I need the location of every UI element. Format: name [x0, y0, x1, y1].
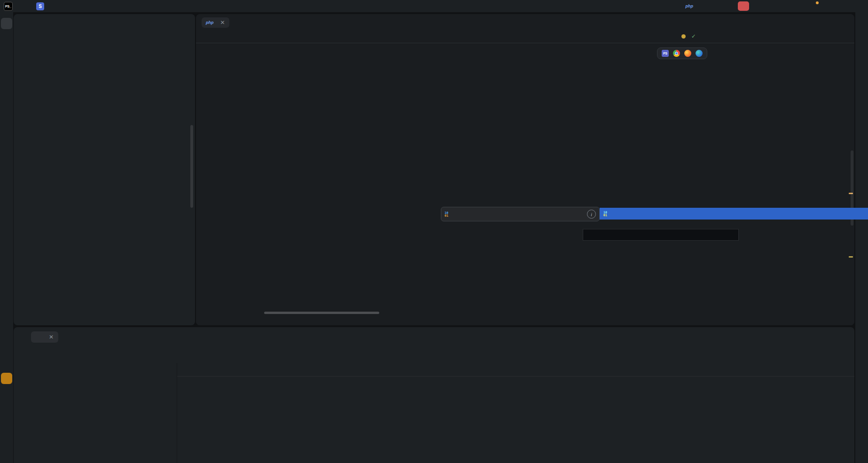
chevron-down-icon — [699, 3, 704, 9]
edge-icon[interactable] — [696, 50, 703, 57]
more-actions-button[interactable] — [751, 1, 764, 11]
close-session-icon[interactable]: ✕ — [49, 334, 54, 340]
expand-watches-icon[interactable] — [843, 366, 850, 373]
open-in-browser-bar: PS — [657, 47, 707, 59]
prev-problem-icon[interactable] — [702, 33, 707, 39]
ok-check-icon: ✓ — [691, 33, 696, 39]
run-button[interactable] — [709, 1, 721, 11]
chevron-down-icon — [50, 3, 55, 9]
code-with-me-button[interactable] — [780, 1, 792, 11]
terminal-tool-button[interactable] — [1, 403, 12, 414]
notifications-button[interactable] — [856, 18, 868, 29]
search-everywhere-button[interactable] — [794, 1, 806, 11]
warning-icon — [670, 33, 676, 39]
restore-button[interactable] — [838, 0, 852, 12]
minimize-button[interactable] — [822, 0, 836, 12]
error-stripe-mark[interactable] — [849, 256, 853, 258]
evaluate-expression-input[interactable] — [177, 363, 854, 377]
variables-list — [177, 377, 854, 382]
watermark — [520, 243, 563, 288]
editor-panel: php ✕ ✓ PS — [196, 14, 854, 325]
project-tool-button[interactable] — [1, 18, 12, 29]
primitive-value-icon: 1001 — [445, 212, 448, 217]
frames-list — [14, 363, 177, 463]
debug-toolbar — [14, 347, 854, 363]
main-menu-icon[interactable] — [19, 2, 27, 10]
phpstorm-logo-icon: PS_ — [4, 2, 13, 11]
php-file-icon: php — [206, 20, 214, 25]
watermark-logo — [520, 243, 557, 288]
project-panel — [14, 14, 195, 325]
close-tab-icon[interactable]: ✕ — [220, 19, 225, 26]
chevron-down-icon[interactable] — [24, 19, 30, 25]
debug-session-icon — [36, 334, 42, 340]
inspections-widget[interactable]: ✓ — [670, 33, 717, 39]
settings-notification-dot — [816, 1, 819, 4]
version-control-tool-button[interactable] — [1, 444, 12, 455]
chrome-icon[interactable] — [673, 50, 680, 57]
vcs-branch-widget[interactable] — [65, 2, 88, 10]
debug-panel: ✕ — [14, 327, 854, 463]
phpstorm-window: PS_ S php — [0, 0, 868, 463]
debugger-tooltip-actions — [583, 229, 739, 241]
project-scrollbar[interactable] — [190, 125, 193, 208]
more-tool-windows-button[interactable] — [1, 68, 12, 79]
firefox-icon[interactable] — [684, 50, 691, 57]
project-tree — [14, 32, 195, 325]
phpstorm-preview-icon[interactable]: PS — [662, 50, 669, 57]
database-tool-button[interactable] — [856, 48, 868, 59]
settings-button[interactable] — [808, 1, 820, 11]
code-area — [196, 43, 854, 316]
info-icon[interactable]: i — [587, 210, 596, 219]
php-icon: php — [686, 4, 694, 8]
stop-process-button[interactable] — [737, 1, 750, 11]
left-tool-window-bar — [0, 12, 13, 463]
primitive-value-icon: 1001 — [603, 211, 607, 217]
project-avatar: S — [36, 2, 44, 10]
ai-assistant-button[interactable] — [766, 1, 778, 11]
inline-watch-entry[interactable]: 1001 — [600, 208, 868, 220]
weak-warning-icon — [681, 34, 686, 39]
problems-tool-button[interactable] — [1, 429, 12, 440]
title-bar: PS_ S php — [0, 0, 868, 12]
structure-tool-button[interactable] — [1, 53, 12, 64]
sticky-line-class-decl — [196, 31, 854, 43]
start-debug-listening-button[interactable] — [669, 1, 681, 11]
close-button[interactable] — [854, 0, 868, 12]
editor-tab-bar: php ✕ — [196, 14, 854, 31]
breadcrumbs — [196, 316, 854, 325]
tab-options-icon[interactable] — [840, 18, 850, 27]
debug-tool-button[interactable] — [1, 373, 12, 384]
next-problem-icon[interactable] — [712, 33, 717, 39]
chevron-down-icon — [80, 3, 86, 9]
debugger-value-tooltip[interactable]: 1001 i — [441, 207, 600, 221]
services-tool-button[interactable] — [1, 388, 12, 399]
run-configuration-selector[interactable]: php — [683, 2, 708, 10]
commit-tool-button[interactable] — [1, 33, 12, 44]
breadcrumb-separator-icon — [207, 318, 211, 323]
right-tool-window-bar — [855, 12, 868, 463]
project-widget[interactable]: S — [33, 1, 58, 11]
editor-horizontal-scrollbar[interactable] — [264, 312, 379, 314]
debug-session-tab[interactable]: ✕ — [31, 331, 58, 343]
editor-tab-cut-php[interactable]: php ✕ — [202, 17, 229, 28]
watch-options-icon[interactable] — [831, 366, 838, 373]
gradle-like-tool-button[interactable] — [856, 33, 868, 44]
debug-button[interactable] — [723, 1, 735, 11]
git-branch-icon — [68, 3, 74, 9]
